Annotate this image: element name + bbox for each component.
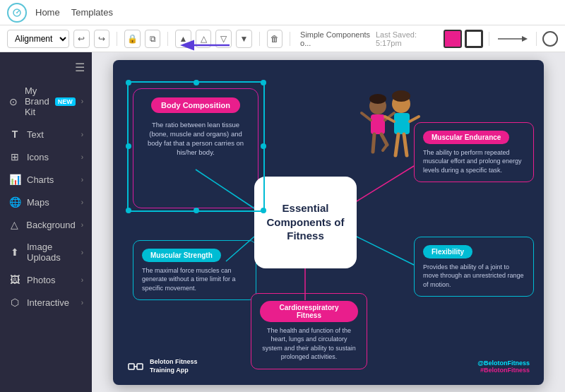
background-icon: △: [8, 219, 20, 230]
chevron-icon-8: ›: [81, 276, 83, 284]
infographic[interactable]: Body Composition The ratio between lean …: [113, 60, 544, 385]
muscular-strength-title: Muscular Strength: [142, 249, 221, 262]
chevron-icon-9: ›: [81, 299, 83, 307]
move-down-button[interactable]: ▼: [236, 30, 252, 48]
sidebar-item-photos[interactable]: 🖼 Photos ›: [0, 268, 92, 291]
uploads-icon: ⬆: [8, 247, 21, 258]
sidebar-item-interactive[interactable]: ⬡ Interactive ›: [0, 291, 92, 314]
sidebar-label-uploads: Image Uploads: [27, 242, 76, 263]
svg-rect-28: [137, 364, 143, 369]
muscular-strength-text: The maximal force muscles can generate w…: [142, 266, 247, 293]
hamburger-icon[interactable]: ☰: [75, 61, 85, 74]
svg-line-17: [381, 134, 387, 145]
social-handle: @BelotonFitness: [477, 360, 530, 367]
svg-point-20: [392, 90, 410, 102]
nav-home[interactable]: Home: [35, 7, 60, 18]
brand-kit-icon: ⊙: [8, 96, 19, 107]
sidebar-item-uploads[interactable]: ⬆ Image Uploads ›: [0, 236, 92, 268]
nav-templates[interactable]: Templates: [71, 7, 113, 18]
sidebar-label-interactive: Interactive: [27, 297, 76, 308]
svg-point-2: [16, 12, 18, 13]
handle-tm[interactable]: [194, 80, 199, 85]
sidebar-label-icons: Icons: [27, 152, 76, 162]
handle-tl[interactable]: [126, 80, 131, 85]
sidebar-label-brand-kit: My Brand Kit: [25, 85, 49, 117]
svg-rect-13: [371, 114, 385, 134]
sidebar-header: ☰: [0, 58, 92, 80]
topbar: Home Templates: [0, 0, 565, 25]
text-icon: T: [8, 129, 21, 140]
flexibility-text: Provides the ability of a joint to move …: [423, 263, 525, 290]
svg-line-25: [404, 134, 407, 155]
shape-circle-button[interactable]: [542, 31, 558, 47]
arrow-style-control[interactable]: [495, 32, 530, 46]
svg-line-16: [373, 134, 374, 152]
app-logo: [7, 3, 27, 23]
interactive-icon: ⬡: [8, 297, 21, 308]
sidebar-label-charts: Charts: [27, 174, 76, 185]
separator-6: [536, 32, 537, 46]
move-up-button[interactable]: ▲: [175, 30, 191, 48]
canvas-area[interactable]: Body Composition The ratio between lean …: [92, 52, 565, 392]
new-badge: NEW: [55, 97, 76, 106]
sidebar-item-brand-kit[interactable]: ⊙ My Brand Kit NEW ›: [0, 80, 92, 123]
separator-4: [290, 32, 290, 46]
footer-brand: Beloton Fitness Training App: [127, 358, 198, 375]
sidebar: ☰ ⊙ My Brand Kit NEW › T Text › ⊞ Icons …: [0, 52, 92, 392]
card-muscular-endurance[interactable]: Muscular Endurance The ability to perfor…: [414, 122, 534, 183]
sidebar-item-charts[interactable]: 📊 Charts ›: [0, 168, 92, 191]
sidebar-item-maps[interactable]: 🌐 Maps ›: [0, 191, 92, 213]
svg-rect-26: [129, 364, 134, 369]
chevron-icon-2: ›: [81, 131, 83, 138]
color-controls: [444, 30, 558, 48]
body-comp-text: The ratio between lean tissue (bone, mus…: [143, 120, 248, 158]
handle-mr[interactable]: [261, 143, 266, 149]
sidebar-item-background[interactable]: △ Background ›: [0, 213, 92, 236]
move-down-step-button[interactable]: ▽: [215, 30, 232, 48]
stroke-color-button[interactable]: [465, 30, 483, 48]
svg-line-18: [383, 145, 387, 150]
delete-button[interactable]: 🗑: [267, 30, 283, 48]
svg-line-23: [410, 117, 419, 121]
central-title: Essential Components of Fitness: [254, 201, 357, 243]
chevron-icon-3: ›: [81, 153, 83, 161]
sidebar-item-icons[interactable]: ⊞ Icons ›: [0, 145, 92, 168]
undo-button[interactable]: ↩: [73, 30, 90, 48]
brand-sub: Training App: [150, 367, 198, 375]
card-muscular-strength[interactable]: Muscular Strength The maximal force musc…: [133, 240, 256, 301]
copy-button[interactable]: ⧉: [145, 30, 161, 48]
footer-social: @BelotonFitness #BelotonFitness: [477, 360, 530, 374]
chevron-icon-7: ›: [81, 249, 83, 256]
handle-ml[interactable]: [126, 143, 131, 149]
sidebar-label-background: Background: [26, 220, 75, 230]
top-nav: Home Templates: [35, 7, 113, 18]
social-hashtag: #BelotonFitness: [477, 367, 530, 374]
alignment-select[interactable]: Alignment: [7, 30, 69, 48]
muscular-endurance-text: The ability to perform repeated muscular…: [423, 148, 525, 175]
card-flexibility[interactable]: Flexibility Provides the ability of a jo…: [414, 237, 534, 297]
separator-3: [259, 32, 260, 46]
flexibility-title: Flexibility: [423, 245, 472, 259]
handle-bm[interactable]: [194, 208, 199, 213]
chevron-icon-6: ›: [81, 221, 83, 229]
handle-tr[interactable]: [261, 80, 266, 85]
muscular-endurance-title: Muscular Endurance: [423, 131, 509, 144]
sidebar-item-text[interactable]: T Text ›: [0, 123, 92, 145]
last-saved: Last Saved: 5:17pm: [376, 30, 435, 47]
brand-icon: [127, 358, 144, 375]
sidebar-label-photos: Photos: [27, 275, 76, 285]
icons-icon: ⊞: [8, 151, 21, 162]
svg-rect-21: [394, 113, 410, 134]
redo-button[interactable]: ↪: [94, 30, 110, 48]
move-up-step-button[interactable]: △: [196, 30, 212, 48]
central-node[interactable]: Essential Components of Fitness: [254, 177, 357, 268]
arrow-icon: [495, 32, 530, 46]
svg-line-14: [362, 113, 371, 120]
lock-button[interactable]: 🔒: [124, 30, 141, 48]
file-name: Simple Components o...: [300, 30, 371, 47]
toolbar: Alignment ↩ ↪ 🔒 ⧉ ▲ △ ▽ ▼ 🗑 Simple Compo…: [0, 25, 565, 52]
footer: Beloton Fitness Training App @BelotonFit…: [113, 358, 544, 375]
card-body-composition[interactable]: Body Composition The ratio between lean …: [133, 88, 258, 208]
handle-bl[interactable]: [126, 208, 131, 213]
fill-color-button[interactable]: [444, 30, 462, 48]
